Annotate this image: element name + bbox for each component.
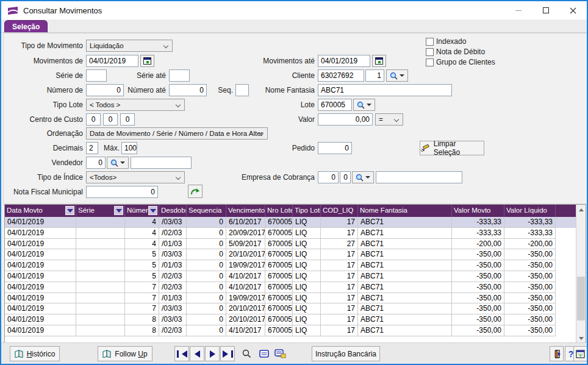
grid-cell[interactable]: ABC71 bbox=[358, 228, 452, 239]
grid-cell[interactable]: 04/01/2019 bbox=[5, 314, 76, 325]
historico-button[interactable]: Histórico bbox=[10, 346, 60, 361]
grid-cell[interactable]: ABC71 bbox=[358, 260, 452, 271]
grid-cell[interactable]: LIQ bbox=[293, 293, 321, 304]
empresa-cobranca-search-button[interactable] bbox=[352, 171, 374, 183]
grid-cell[interactable]: ABC71 bbox=[358, 325, 452, 336]
grid-cell[interactable]: 7 bbox=[125, 293, 159, 304]
previous-record-button[interactable] bbox=[190, 346, 204, 361]
grid-cell[interactable]: 0 bbox=[187, 239, 226, 250]
centro-custo-input-1[interactable]: 0 bbox=[86, 113, 101, 126]
grid-cell[interactable]: LIQ bbox=[293, 228, 321, 239]
tab-selecao[interactable]: Seleção bbox=[4, 20, 48, 32]
scrollbar-thumb[interactable] bbox=[577, 277, 585, 321]
empresa-cobranca-name-input[interactable] bbox=[376, 171, 462, 183]
grid-cell[interactable]: 17 bbox=[321, 249, 358, 260]
grid-cell[interactable]: 670005 bbox=[265, 325, 293, 336]
grid-cell[interactable]: LIQ bbox=[293, 249, 321, 260]
grid-cell[interactable]: 17 bbox=[321, 314, 358, 325]
grid-cell[interactable]: 4/10/2017 bbox=[226, 325, 265, 336]
last-record-button[interactable] bbox=[220, 346, 235, 361]
grid-cell[interactable]: 0 bbox=[187, 217, 226, 228]
serie-ate-input[interactable] bbox=[169, 69, 190, 82]
grid-cell[interactable]: 5 bbox=[125, 260, 159, 271]
cliente-search-button[interactable] bbox=[386, 69, 408, 82]
grid-cell[interactable]: 20/10/2017 bbox=[226, 303, 265, 314]
search-records-button[interactable] bbox=[239, 346, 254, 361]
grid-header-cell[interactable]: Número bbox=[125, 205, 159, 217]
grid-header-cell[interactable]: Série bbox=[76, 205, 125, 217]
grid-cell[interactable]: 04/01/2019 bbox=[5, 228, 76, 239]
grid-cell[interactable]: -350,00 bbox=[504, 325, 556, 336]
grid-cell[interactable]: /02/03 bbox=[159, 325, 187, 336]
grid-cell[interactable]: /03/03 bbox=[159, 303, 187, 314]
grid-cell[interactable]: ABC71 bbox=[358, 314, 452, 325]
vendedor-name-input[interactable] bbox=[131, 157, 192, 169]
grid-cell[interactable]: 04/01/2019 bbox=[5, 271, 76, 282]
grid-row[interactable]: 04/01/20198/02/0304/10/2017670005LIQ17AB… bbox=[5, 325, 576, 336]
grid-cell[interactable] bbox=[76, 217, 125, 228]
grid-cell[interactable]: -350,00 bbox=[504, 249, 556, 260]
grid-cell[interactable]: 0 bbox=[187, 249, 226, 260]
grid-cell[interactable]: ABC71 bbox=[358, 282, 452, 293]
grid-row[interactable]: 04/01/20195/02/0304/10/2017670005LIQ17AB… bbox=[5, 271, 576, 282]
movimentos-ate-calendar-button[interactable] bbox=[372, 55, 386, 67]
grid-cell[interactable]: 27 bbox=[321, 239, 358, 250]
numero-de-input[interactable]: 0 bbox=[86, 84, 124, 96]
form-view-button[interactable] bbox=[272, 346, 289, 361]
seq-input[interactable] bbox=[235, 84, 249, 96]
grid-cell[interactable]: 0 bbox=[187, 325, 226, 336]
tipo-lote-select[interactable]: < Todos > bbox=[86, 99, 185, 111]
grid-row[interactable]: 04/01/20194/01/0305/09/2017670005LIQ27AB… bbox=[5, 239, 576, 250]
minimize-button[interactable] bbox=[504, 1, 532, 19]
grid-cell[interactable]: 20/10/2017 bbox=[226, 314, 265, 325]
grid-row[interactable]: 04/01/20195/03/03020/10/2017670005LIQ17A… bbox=[5, 249, 576, 260]
grid-cell[interactable]: 4/10/2017 bbox=[226, 282, 265, 293]
grid-cell[interactable]: 17 bbox=[321, 271, 358, 282]
grid-cell[interactable]: LIQ bbox=[293, 260, 321, 271]
grid-cell[interactable]: -350,00 bbox=[452, 303, 504, 314]
grid-cell[interactable] bbox=[76, 303, 125, 314]
grid-cell[interactable]: 19/09/2017 bbox=[226, 260, 265, 271]
grid-header-cell[interactable]: Sequencia bbox=[187, 205, 226, 217]
grid-cell[interactable]: -200,00 bbox=[504, 239, 556, 250]
grid-cell[interactable]: 20/09/2017 bbox=[226, 228, 265, 239]
grid-cell[interactable]: 670005 bbox=[265, 217, 293, 228]
grid-cell[interactable]: -333,33 bbox=[452, 228, 504, 239]
grid-cell[interactable]: 670005 bbox=[265, 271, 293, 282]
scroll-up-icon[interactable] bbox=[576, 205, 586, 214]
grid-cell[interactable]: 17 bbox=[321, 293, 358, 304]
tipo-movimento-select[interactable]: Liquidação bbox=[86, 40, 173, 52]
cliente-store-input[interactable]: 1 bbox=[365, 69, 384, 82]
follow-up-button[interactable]: Follow Up bbox=[98, 346, 152, 361]
grid-cell[interactable]: 17 bbox=[321, 325, 358, 336]
nota-fiscal-input[interactable]: 0 bbox=[86, 186, 158, 198]
grid-cell[interactable]: 0 bbox=[187, 293, 226, 304]
grid-cell[interactable] bbox=[76, 239, 125, 250]
grid-cell[interactable]: -200,00 bbox=[452, 239, 504, 250]
checkbox-grupo-clientes[interactable]: Grupo de Clientes bbox=[426, 58, 495, 66]
grid-cell[interactable]: /02/03 bbox=[159, 228, 187, 239]
grid-cell[interactable]: -333,33 bbox=[452, 217, 504, 228]
grid-cell[interactable]: 04/01/2019 bbox=[5, 282, 76, 293]
maximize-button[interactable] bbox=[532, 1, 559, 19]
max-input[interactable]: 100 bbox=[121, 142, 137, 154]
grid-cell[interactable]: -350,00 bbox=[452, 325, 504, 336]
grid-row[interactable]: 04/01/20197/03/03020/10/2017670005LIQ17A… bbox=[5, 303, 576, 314]
grid-cell[interactable]: ABC71 bbox=[358, 293, 452, 304]
pedido-input[interactable]: 0 bbox=[318, 142, 352, 154]
checkbox-indexado[interactable]: Indexado bbox=[426, 37, 466, 46]
nota-fiscal-go-button[interactable] bbox=[188, 185, 203, 198]
grid-cell[interactable]: 04/01/2019 bbox=[5, 249, 76, 260]
grid-cell[interactable]: /01/03 bbox=[159, 260, 187, 271]
grid-cell[interactable] bbox=[76, 271, 125, 282]
grid-cell[interactable]: 670005 bbox=[265, 303, 293, 314]
grid-cell[interactable] bbox=[76, 293, 125, 304]
grid-view-button[interactable] bbox=[256, 346, 271, 361]
grid-cell[interactable]: -350,00 bbox=[504, 282, 556, 293]
grid-cell[interactable]: 04/01/2019 bbox=[5, 293, 76, 304]
grid-cell[interactable]: /03/03 bbox=[159, 217, 187, 228]
grid-cell[interactable]: 20/10/2017 bbox=[226, 249, 265, 260]
grid-cell[interactable]: 670005 bbox=[265, 249, 293, 260]
movimentos-de-input[interactable]: 04/01/2019 bbox=[86, 55, 138, 67]
grid-row[interactable]: 04/01/20198/03/03020/10/2017670005LIQ17A… bbox=[5, 314, 576, 325]
